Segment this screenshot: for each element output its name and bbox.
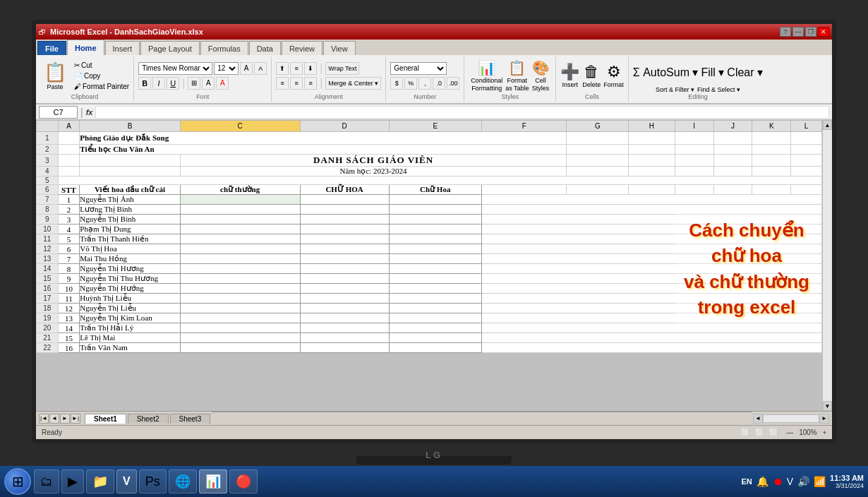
table-row: 15 9 Nguyễn Thị Thu Hương [37,274,822,284]
cell-styles-btn[interactable]: 🎨 Cell Styles [532,59,550,92]
taskbar-item-chrome[interactable]: 🌐 [169,469,197,493]
decrease-font-btn[interactable]: A [254,62,267,75]
row-2: 2 Tiểu học Chu Văn An [37,145,822,155]
italic-btn[interactable]: I [152,77,165,90]
align-center-btn[interactable]: ≡ [290,77,303,90]
font-size-select[interactable]: 12 [214,62,239,75]
cell-a1[interactable] [58,132,80,145]
first-sheet-nav[interactable]: |◄ [39,414,49,424]
align-left-btn[interactable]: ≡ [276,77,289,90]
increase-decimal-btn[interactable]: .0 [433,77,445,90]
sheet-tab-3[interactable]: Sheet3 [170,414,211,424]
wrap-text-btn[interactable]: Wrap Text [325,62,359,75]
cell-reference-box[interactable] [39,106,78,119]
cell-c4[interactable]: Năm học: 2023-2024 [180,167,567,176]
insert-cells-btn[interactable]: ➕ Insert [560,63,579,88]
last-sheet-nav[interactable]: ►| [71,414,80,424]
cell-b2[interactable]: Tiểu học Chu Văn An [80,145,567,155]
increase-font-btn[interactable]: A [240,62,253,75]
autosum-btn[interactable]: Σ AutoSum ▾ [633,66,699,79]
help-btn[interactable]: ? [780,27,791,37]
horizontal-scrollbar[interactable]: ◄ ► [753,414,829,424]
col-header-c[interactable]: C [180,121,300,132]
taskbar-item-app[interactable]: 🔴 [229,469,258,493]
delete-cells-btn[interactable]: 🗑 Delete [582,63,601,88]
col-header-e[interactable]: E [389,121,481,132]
font-color-btn[interactable]: A [216,77,229,90]
number-format-select[interactable]: General [390,62,447,75]
title-bar: 🗗 Microsoft Excel - DanhSachGiaoVien.xls… [36,24,832,40]
taskbar-item-v[interactable]: V [116,469,137,493]
taskbar-item-folder[interactable]: 📁 [86,469,114,493]
tab-file[interactable]: File [37,41,66,55]
align-right-btn[interactable]: ≡ [304,77,317,90]
format-as-table-btn[interactable]: 📋 Format as Table [505,59,529,92]
tab-review[interactable]: Review [282,41,323,55]
col-header-k[interactable]: K [752,121,791,132]
col-header-a[interactable]: A [58,121,80,132]
close-btn[interactable]: ✕ [818,27,829,37]
clipboard-label: Clipboard [39,93,131,100]
border-btn[interactable]: ⊞ [188,77,200,90]
table-row: 8 2 Lương Thị Bình [37,205,822,215]
bold-btn[interactable]: B [138,77,151,90]
currency-btn[interactable]: $ [390,77,403,90]
minimize-btn[interactable]: — [792,27,804,37]
taskbar-item-ps[interactable]: Ps [139,469,167,493]
number-group-label: Number [390,93,459,100]
tab-insert[interactable]: Insert [105,41,140,55]
percent-btn[interactable]: % [404,77,417,90]
tab-view[interactable]: View [323,41,356,55]
sheet-tab-1[interactable]: Sheet1 [85,414,126,424]
cell-c3[interactable]: DANH SÁCH GIÁO VIÊN [180,155,567,167]
col-header-f[interactable]: F [481,121,567,132]
decrease-decimal-btn[interactable]: .00 [447,77,459,90]
align-bottom-btn[interactable]: ⬇ [304,62,317,75]
col-header-j[interactable]: J [713,121,752,132]
format-painter-button[interactable]: 🖌 Format Painter [73,82,131,91]
sheet-view-break[interactable]: ⬜ [769,429,778,436]
align-middle-btn[interactable]: ≡ [290,62,303,75]
col-header-l[interactable]: L [791,121,822,132]
sheet-view-normal[interactable]: ⬜ [741,429,749,436]
copy-button[interactable]: 📄 Copy [73,71,131,80]
sheet-tab-2[interactable]: Sheet2 [128,414,169,424]
col-header-b[interactable]: B [80,121,180,132]
sort-filter-btn[interactable]: Sort & Filter ▾ [656,86,694,93]
merge-center-btn[interactable]: Merge & Center ▾ [325,77,381,90]
fill-color-btn[interactable]: A [202,77,215,90]
underline-btn[interactable]: U [167,77,179,90]
vertical-scrollbar[interactable]: ▲ ▼ [822,120,832,411]
taskbar-item-explorer[interactable]: 🗂 [34,469,59,493]
header-chu-hoa: CHỮ HOA [300,185,389,195]
find-select-btn[interactable]: Find & Select ▾ [697,86,740,93]
start-button[interactable]: ⊞ [4,468,31,495]
col-header-g[interactable]: G [567,121,629,132]
tab-home[interactable]: Home [67,40,104,55]
col-header-d[interactable]: D [300,121,389,132]
tab-page-layout[interactable]: Page Layout [140,41,200,55]
zoom-level: 100% [799,429,817,436]
clear-btn[interactable]: Clear ▾ [727,66,763,79]
col-header-i[interactable]: I [675,121,713,132]
cell-b1[interactable]: Phòng Giáo dục Đắk Song [80,132,567,145]
sheet-view-layout[interactable]: ⬜ [755,429,764,436]
table-row: 16 10 Nguyễn Thị Hướng [37,284,822,294]
tab-formulas[interactable]: Formulas [200,41,248,55]
taskbar-item-excel[interactable]: 📊 [199,469,227,493]
format-cells-btn[interactable]: ⚙ Format [603,63,624,88]
font-name-select[interactable]: Times New Roman [138,62,212,75]
formula-input[interactable] [95,106,829,119]
restore-btn[interactable]: ❐ [805,27,816,37]
align-top-btn[interactable]: ⬆ [276,62,289,75]
paste-button[interactable]: 📋 Paste [39,59,71,92]
conditional-formatting-btn[interactable]: 📊 Conditional Formatting [471,59,502,92]
taskbar-item-media[interactable]: ▶ [61,469,84,493]
fill-btn[interactable]: Fill ▾ [701,66,724,79]
next-sheet-nav[interactable]: ► [60,414,70,424]
comma-btn[interactable]: , [418,77,431,90]
prev-sheet-nav[interactable]: ◄ [49,414,59,424]
tab-data[interactable]: Data [249,41,281,55]
col-header-h[interactable]: H [629,121,675,132]
cut-button[interactable]: ✂ Cut [73,61,131,70]
